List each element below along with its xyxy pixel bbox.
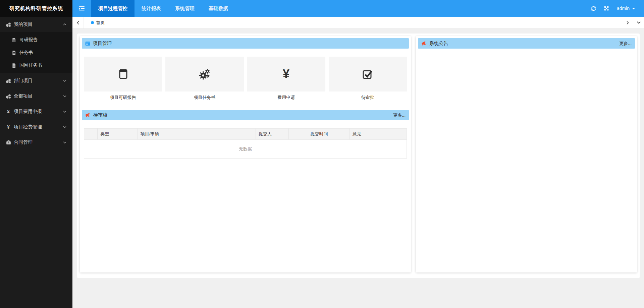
chevron-up-icon	[62, 22, 67, 27]
app-title: 研究机构科研管控系统	[0, 0, 72, 17]
sidebar-item-label: 合同管理	[14, 139, 33, 145]
window-maximize-icon	[117, 68, 129, 80]
panel-title: 待审核	[93, 112, 107, 118]
nav-item-project-process[interactable]: 项目过程管控	[91, 0, 135, 17]
card-feasibility-report[interactable]: 项目可研报告	[84, 57, 162, 101]
pending-review-more-link[interactable]: 更多...	[393, 112, 406, 118]
refresh-icon[interactable]	[587, 0, 600, 17]
chevron-down-icon	[62, 140, 67, 145]
top-navbar: 项目过程管控 统计报表 系统管理 基础数据	[72, 0, 644, 17]
tab-home[interactable]: 首页	[84, 17, 112, 28]
yen-icon: ¥	[283, 68, 289, 80]
sidebar-item-label: 部门项目	[14, 78, 33, 84]
briefcase-icon	[5, 140, 11, 145]
sidebar-item-label: 项目费用申报	[14, 109, 42, 115]
projects-cluster-icon	[5, 93, 11, 100]
sidebar-item-label: 项目经费管理	[14, 124, 42, 130]
col-opinion: 意见	[350, 129, 407, 140]
card-box: ¥	[247, 57, 325, 91]
empty-row: 无数据	[84, 140, 407, 159]
card-label: 项目任务书	[194, 95, 215, 101]
tab-menu-dropdown-button[interactable]	[633, 17, 644, 28]
megaphone-icon	[85, 113, 91, 118]
panel-title: 项目管理	[93, 41, 112, 47]
username: admin	[617, 6, 630, 11]
user-menu[interactable]: admin	[617, 6, 635, 11]
megaphone-icon	[421, 41, 427, 46]
cogs-icon	[198, 68, 211, 80]
document-icon	[11, 38, 16, 43]
hamburger-icon[interactable]	[72, 0, 91, 17]
nav-item-statistics[interactable]: 统计报表	[135, 0, 168, 17]
sidebar-item-label: 国网任务书	[19, 62, 42, 68]
sidebar-item-state-grid-task-book[interactable]: 国网任务书	[0, 59, 72, 72]
sidebar-item-label: 我的项目	[14, 21, 33, 27]
chevron-down-icon	[62, 125, 67, 129]
sidebar-item-all-projects[interactable]: 全部项目	[0, 88, 72, 104]
sidebar-item-expense-declare[interactable]: ¥ 项目费用申报	[0, 104, 72, 119]
project-mgmt-header: 项目管理	[82, 38, 409, 49]
panel-title: 系统公告	[429, 41, 448, 47]
right-panel: 系统公告 更多...	[416, 36, 637, 272]
content-area: 项目管理 项目可研报告	[72, 29, 644, 308]
nav-item-base-data[interactable]: 基础数据	[202, 0, 235, 17]
content-wrapper: 项目管理 项目可研报告	[77, 34, 640, 278]
col-submitter: 提交人	[256, 129, 289, 140]
window-list-icon	[85, 41, 90, 46]
sidebar-submenu-my-projects: 可研报告 任务书 国网任务书	[0, 32, 72, 73]
left-panel: 项目管理 项目可研报告	[80, 36, 411, 272]
yen-icon: ¥	[5, 124, 11, 130]
shortcut-cards: 项目可研报告	[84, 57, 407, 101]
sidebar-item-funds-mgmt[interactable]: ¥ 项目经费管理	[0, 119, 72, 135]
card-label: 待审批	[361, 95, 374, 101]
top-menu: 项目过程管控 统计报表 系统管理 基础数据	[91, 0, 235, 17]
sidebar-item-dept-projects[interactable]: 部门项目	[0, 73, 72, 88]
empty-state: 无数据	[84, 140, 407, 159]
sidebar-item-my-projects[interactable]: 我的项目	[0, 17, 72, 32]
card-task-book[interactable]: 项目任务书	[165, 57, 244, 101]
tabbar-spacer	[112, 17, 622, 28]
projects-cluster-icon	[5, 78, 11, 84]
sidebar-item-task-book[interactable]: 任务书	[0, 46, 72, 59]
col-project-application: 项目/申请	[138, 129, 256, 140]
yen-icon: ¥	[5, 109, 11, 114]
card-box	[84, 57, 162, 91]
chevron-down-icon	[62, 109, 67, 114]
main-area: 项目过程管控 统计报表 系统管理 基础数据	[72, 0, 644, 308]
announcements-header: 系统公告 更多...	[418, 38, 635, 49]
pending-review-table: 类型 项目/申请 提交人 提交时间 意见 无数据	[84, 128, 407, 159]
card-label: 项目可研报告	[110, 95, 136, 101]
col-submit-time: 提交时间	[289, 129, 350, 140]
card-label: 费用申请	[277, 95, 295, 101]
chevron-down-icon	[62, 78, 67, 83]
active-tab-dot-icon	[91, 21, 94, 24]
tab-bar: 首页	[72, 17, 644, 29]
tab-scroll-right-button[interactable]	[622, 17, 633, 28]
projects-cluster-icon	[5, 21, 11, 28]
sidebar-item-feasibility-report[interactable]: 可研报告	[0, 34, 72, 46]
sidebar-menu: 我的项目 可研报告 任务书	[0, 17, 72, 150]
card-expense-apply[interactable]: ¥ 费用申请	[247, 57, 325, 101]
tab-scroll-left-button[interactable]	[72, 17, 84, 28]
card-box	[329, 57, 407, 91]
sidebar-item-label: 全部项目	[14, 93, 33, 99]
sidebar-item-contract-mgmt[interactable]: 合同管理	[0, 135, 72, 150]
table-header-row: 类型 项目/申请 提交人 提交时间 意见	[84, 129, 407, 140]
caret-down-icon	[632, 8, 635, 9]
col-type: 类型	[98, 129, 138, 140]
announcements-more-link[interactable]: 更多...	[619, 41, 632, 47]
card-box	[165, 57, 244, 91]
check-square-icon	[362, 68, 374, 80]
document-icon	[11, 63, 16, 68]
tab-label: 首页	[96, 20, 105, 26]
card-pending-approval[interactable]: 待审批	[329, 57, 407, 101]
app-root: 研究机构科研管控系统 我的项目 可研报告	[0, 0, 644, 308]
fullscreen-icon[interactable]	[600, 0, 613, 17]
navbar-right: admin	[587, 0, 644, 17]
sidebar-item-label: 任务书	[19, 50, 33, 56]
col-select	[84, 129, 98, 140]
pending-review-header: 待审核 更多...	[82, 110, 409, 120]
chevron-down-icon	[62, 94, 67, 99]
nav-item-system-mgmt[interactable]: 系统管理	[168, 0, 202, 17]
sidebar: 研究机构科研管控系统 我的项目 可研报告	[0, 0, 72, 308]
